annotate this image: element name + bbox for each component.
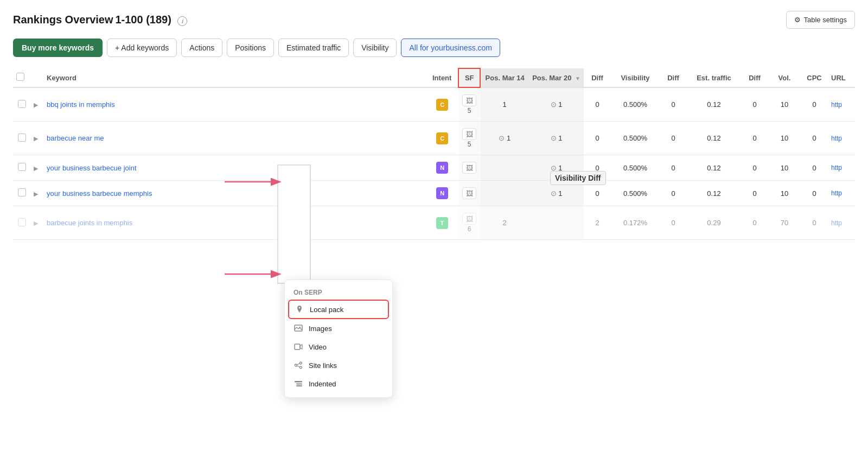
table-settings-button[interactable]: ⚙ Table settings [786, 11, 856, 29]
img-icon[interactable]: 🖼 [462, 213, 476, 225]
row-expand[interactable]: ▶ [30, 206, 43, 240]
cell-traffic-diff: 0 [741, 122, 768, 155]
cell-sf: 🖼 5 [458, 122, 480, 155]
intent-badge: C [436, 99, 448, 111]
cell-diff: 2 [584, 206, 611, 240]
header-pos-mar20[interactable]: Pos. Mar 20 ▼ [529, 68, 584, 87]
cell-pos-mar14 [480, 155, 529, 181]
toolbar: Buy more keywords + Add keywords Actions… [13, 39, 855, 57]
images-icon [293, 323, 303, 333]
row-checkbox[interactable] [13, 122, 30, 155]
cell-pos-mar14: 1 [480, 87, 529, 122]
cell-vis-diff: 0 [660, 122, 687, 155]
row-checkbox[interactable] [13, 181, 30, 206]
cell-vol: 70 [768, 206, 801, 240]
row-expand[interactable]: ▶ [30, 155, 43, 181]
table-header-row: Keyword Intent SF Pos. Mar 14 Pos. Mar 2… [13, 68, 855, 87]
intent-badge: T [436, 217, 448, 229]
keyword-link[interactable]: your business barbecue memphis [47, 189, 152, 198]
cell-url[interactable]: http [828, 181, 855, 206]
intent-badge: N [436, 162, 448, 174]
row-checkbox[interactable] [13, 155, 30, 181]
dropdown-item-local-pack[interactable]: Local pack [288, 300, 389, 319]
dropdown-item-label: Site links [309, 361, 337, 370]
cell-url[interactable]: http [828, 155, 855, 181]
cell-intent: N [426, 181, 458, 206]
svg-line-9 [297, 366, 300, 367]
select-all-checkbox[interactable] [16, 73, 24, 81]
row-expand[interactable]: ▶ [30, 181, 43, 206]
img-icon[interactable]: 🖼 [462, 94, 476, 106]
add-keywords-button[interactable]: + Add keywords [107, 39, 177, 57]
keyword-link[interactable]: barbecue joints in memphis [47, 219, 132, 227]
cell-sf: 🖼 [458, 181, 480, 206]
tab-visibility[interactable]: Visibility [353, 39, 397, 57]
cell-cpc: 0 [801, 181, 828, 206]
header-cpc[interactable]: CPC [801, 68, 828, 87]
cell-intent: T [426, 206, 458, 240]
dropdown-item-sitelinks[interactable]: Site links [285, 356, 392, 374]
sitelinks-icon [293, 360, 303, 370]
row-checkbox[interactable] [13, 87, 30, 122]
cell-traffic-diff: 0 [741, 155, 768, 181]
dropdown-item-indented[interactable]: Indented [285, 374, 392, 393]
actions-button[interactable]: Actions [181, 39, 222, 57]
cell-diff: 0 [584, 155, 611, 181]
tab-positions[interactable]: Positions [227, 39, 274, 57]
cell-diff: 0 [584, 87, 611, 122]
cell-diff: 0 [584, 122, 611, 155]
info-icon[interactable]: i [177, 16, 187, 26]
cell-cpc: 0 [801, 122, 828, 155]
cell-cpc: 0 [801, 155, 828, 181]
cell-url[interactable]: http [828, 87, 855, 122]
header-est-traffic[interactable]: Est. traffic [687, 68, 741, 87]
row-expand[interactable]: ▶ [30, 122, 43, 155]
cell-url[interactable]: http [828, 206, 855, 240]
svg-point-3 [299, 327, 301, 328]
expand-icon[interactable]: ▶ [34, 220, 38, 226]
row-checkbox[interactable] [13, 206, 30, 240]
header-diff[interactable]: Diff [584, 68, 611, 87]
header-vol[interactable]: Vol. [768, 68, 801, 87]
table-row: ▶ barbecue near me C 🖼 5 ⊙ 1 [13, 122, 855, 155]
header-sf[interactable]: SF [458, 68, 480, 87]
header-pos-mar14[interactable]: Pos. Mar 14 [480, 68, 529, 87]
cell-keyword: your business barbecue memphis [43, 181, 426, 206]
header-checkbox[interactable] [13, 68, 30, 87]
buy-keywords-button[interactable]: Buy more keywords [13, 39, 103, 57]
keyword-link[interactable]: bbq joints in memphis [47, 100, 115, 109]
cell-vol: 10 [768, 87, 801, 122]
header-traffic-diff[interactable]: Diff [741, 68, 768, 87]
header-vis-diff[interactable]: Diff [660, 68, 687, 87]
keyword-link[interactable]: barbecue near me [47, 134, 104, 142]
table-row: ▶ your business barbecue joint N 🖼 ⊙ 1 [13, 155, 855, 181]
cell-vis-diff: 0 [660, 155, 687, 181]
header-visibility[interactable]: Visibility [611, 68, 660, 87]
cell-visibility: 0.500% [611, 181, 660, 206]
expand-icon[interactable]: ▶ [34, 165, 38, 172]
img-icon[interactable]: 🖼 [462, 128, 476, 140]
dropdown-item-video[interactable]: Video [285, 338, 392, 356]
keyword-link[interactable]: your business barbecue joint [47, 164, 137, 172]
expand-icon[interactable]: ▶ [34, 101, 38, 108]
dropdown-item-images[interactable]: Images [285, 319, 392, 338]
cell-est-traffic: 0.12 [687, 155, 741, 181]
expand-icon[interactable]: ▶ [34, 135, 38, 142]
svg-point-6 [300, 362, 302, 364]
header-url[interactable]: URL [828, 68, 855, 87]
img-icon[interactable]: 🖼 [462, 187, 476, 199]
cell-vol: 10 [768, 155, 801, 181]
cell-est-traffic: 0.12 [687, 181, 741, 206]
header-keyword[interactable]: Keyword [43, 68, 426, 87]
tab-domain[interactable]: All for yourbusiness.com [401, 39, 500, 57]
cell-pos-mar20: ⊙ 1 [529, 181, 584, 206]
expand-icon[interactable]: ▶ [34, 190, 38, 197]
cell-url[interactable]: http [828, 122, 855, 155]
row-expand[interactable]: ▶ [30, 87, 43, 122]
cell-est-traffic: 0.29 [687, 206, 741, 240]
cell-vis-diff: 0 [660, 206, 687, 240]
img-icon[interactable]: 🖼 [462, 162, 476, 174]
header-intent[interactable]: Intent [426, 68, 458, 87]
tab-estimated-traffic[interactable]: Estimated traffic [278, 39, 349, 57]
cell-visibility: 0.500% [611, 87, 660, 122]
